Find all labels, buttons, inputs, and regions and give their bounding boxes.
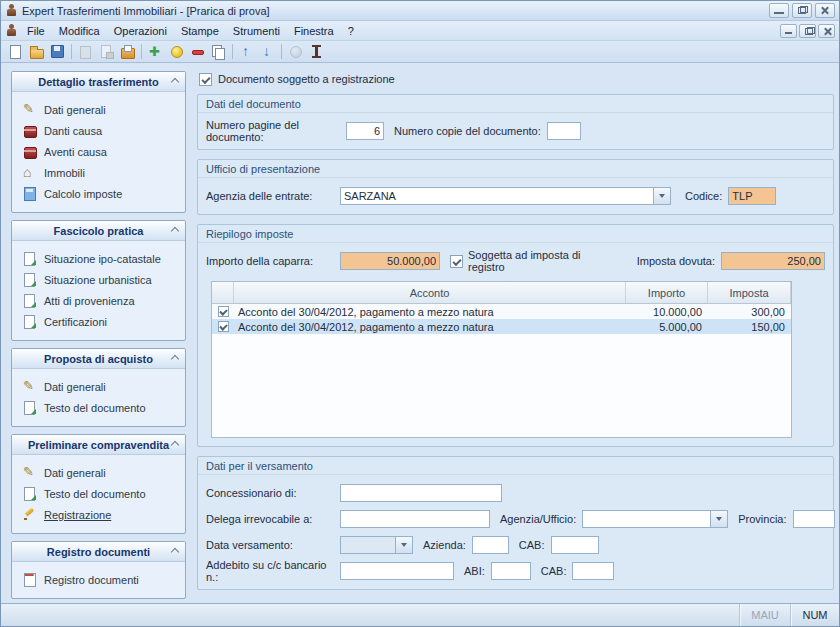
sidebar-item-dati-generali[interactable]: Dati generali bbox=[23, 376, 181, 397]
mdi-restore-button[interactable] bbox=[799, 24, 816, 38]
sidebar-item-label: Testo del documento bbox=[44, 488, 146, 500]
data-versamento-label: Data versamento: bbox=[206, 539, 340, 551]
provincia-input[interactable] bbox=[793, 510, 835, 528]
concessionario-input[interactable] bbox=[340, 484, 502, 502]
gift-icon bbox=[23, 145, 36, 158]
sidebar-item-certificazioni[interactable]: Certificazioni bbox=[23, 311, 181, 332]
sidebar-header-proposta-di-acquisto[interactable]: Proposta di acquisto bbox=[12, 349, 185, 369]
agenzia-ufficio-dropdown-button[interactable] bbox=[711, 510, 728, 528]
data-versamento-dropdown-button[interactable] bbox=[396, 536, 413, 554]
sidebar-item-danti-causa[interactable]: Danti causa bbox=[23, 120, 181, 141]
delega-input[interactable] bbox=[340, 510, 490, 528]
codice-input[interactable] bbox=[728, 187, 776, 205]
edit-icon bbox=[169, 44, 184, 59]
menu-file[interactable]: File bbox=[20, 24, 52, 38]
open-folder-button[interactable] bbox=[26, 42, 47, 61]
gift-icon bbox=[23, 124, 36, 137]
provincia-label: Provincia: bbox=[738, 513, 786, 525]
header-imposta[interactable]: Imposta bbox=[708, 282, 791, 303]
azienda-input[interactable] bbox=[472, 536, 509, 554]
imposta-dovuta-input[interactable] bbox=[721, 252, 825, 270]
move-up-button[interactable] bbox=[236, 42, 257, 61]
row-checkbox[interactable] bbox=[218, 321, 229, 332]
sidebar-item-aventi-causa[interactable]: Aventi causa bbox=[23, 141, 181, 162]
document-icon bbox=[23, 487, 36, 500]
sidebar-item-list: Dati generaliTesto del documento bbox=[12, 369, 185, 426]
soggetta-checkbox[interactable] bbox=[450, 255, 463, 268]
cab2-label: CAB: bbox=[541, 565, 567, 577]
acconti-table: Acconto Importo Imposta Acconto del 30/0… bbox=[211, 281, 792, 438]
header-acconto[interactable]: Acconto bbox=[234, 282, 626, 303]
import-folder-button[interactable] bbox=[117, 42, 138, 61]
sidebar-item-situazione-urbanistica[interactable]: Situazione urbanistica bbox=[23, 269, 181, 290]
agenzia-ufficio-label: Agenzia/Ufficio: bbox=[500, 513, 576, 525]
pagine-input[interactable] bbox=[346, 122, 384, 140]
sidebar-item-dati-generali[interactable]: Dati generali bbox=[23, 462, 181, 483]
sidebar-header-preliminare-compravendita[interactable]: Preliminare compravendita bbox=[12, 435, 185, 455]
menu-items: FileModificaOperazioniStampeStrumentiFin… bbox=[20, 24, 361, 38]
agenzia-entrate-input[interactable] bbox=[340, 187, 654, 205]
addebito-input[interactable] bbox=[340, 562, 454, 580]
sidebar-item-testo-del-documento[interactable]: Testo del documento bbox=[23, 483, 181, 504]
paste-button bbox=[75, 42, 96, 61]
sidebar-item-registro-documenti[interactable]: Registro documenti bbox=[23, 569, 181, 590]
sidebar-item-label: Danti causa bbox=[44, 125, 102, 137]
sidebar-item-calcolo-imposte[interactable]: Calcolo imposte bbox=[23, 183, 181, 204]
move-down-button[interactable] bbox=[257, 42, 278, 61]
menu-modifica[interactable]: Modifica bbox=[52, 24, 107, 38]
sidebar-item-situazione-ipo-catastale[interactable]: Situazione ipo-catastale bbox=[23, 248, 181, 269]
sidebar-header-dettaglio-trasferimento[interactable]: Dettaglio trasferimento bbox=[12, 72, 185, 92]
menu-stampe[interactable]: Stampe bbox=[174, 24, 226, 38]
sidebar-item-immobili[interactable]: Immobili bbox=[23, 162, 181, 183]
data-versamento-input[interactable] bbox=[340, 536, 396, 554]
imposta-cell: 150,00 bbox=[708, 321, 791, 333]
minimize-button[interactable] bbox=[769, 3, 789, 18]
agenzia-ufficio-input[interactable] bbox=[582, 510, 711, 528]
abi-input[interactable] bbox=[491, 562, 531, 580]
close-button[interactable] bbox=[815, 3, 835, 18]
exit-button[interactable] bbox=[306, 42, 327, 61]
calculator-icon bbox=[23, 187, 36, 200]
save-button[interactable] bbox=[47, 42, 68, 61]
document-app-icon bbox=[5, 24, 18, 37]
delete-button[interactable] bbox=[187, 42, 208, 61]
sidebar-item-label: Atti di provenienza bbox=[44, 295, 135, 307]
new-document-button[interactable] bbox=[5, 42, 26, 61]
sidebar-header-fascicolo-pratica[interactable]: Fascicolo pratica bbox=[12, 221, 185, 241]
header-importo[interactable]: Importo bbox=[626, 282, 708, 303]
edit-button[interactable] bbox=[166, 42, 187, 61]
agenzia-entrate-dropdown-button[interactable] bbox=[654, 187, 671, 205]
sidebar-item-label: Aventi causa bbox=[44, 146, 107, 158]
window-title: Expert Trasferimenti Immobiliari - [Prar… bbox=[22, 5, 270, 17]
sidebar-item-testo-del-documento[interactable]: Testo del documento bbox=[23, 397, 181, 418]
cab1-input[interactable] bbox=[551, 536, 599, 554]
addebito-label: Addebito su c/c bancario n.: bbox=[206, 559, 340, 583]
sidebar-item-atti-di-provenienza[interactable]: Atti di provenienza bbox=[23, 290, 181, 311]
sidebar-item-registrazione[interactable]: Registrazione bbox=[23, 504, 181, 525]
table-row[interactable]: Acconto del 30/04/2012, pagamento a mezz… bbox=[212, 304, 791, 319]
caparra-input[interactable] bbox=[340, 252, 440, 270]
registration-checkbox[interactable] bbox=[199, 73, 212, 86]
restore-button[interactable] bbox=[792, 3, 812, 18]
menu-help[interactable]: ? bbox=[341, 24, 361, 38]
chevron-up-icon bbox=[171, 548, 179, 556]
add-button[interactable] bbox=[145, 42, 166, 61]
soggetta-checkbox-label: Soggetta ad imposta di registro bbox=[468, 249, 619, 273]
mdi-minimize-button[interactable] bbox=[780, 24, 797, 38]
header-check-column[interactable] bbox=[212, 282, 234, 303]
copie-input[interactable] bbox=[547, 122, 581, 140]
cab2-input[interactable] bbox=[572, 562, 614, 580]
menu-bar: FileModificaOperazioniStampeStrumentiFin… bbox=[1, 21, 839, 41]
sidebar-panel-proposta-di-acquisto: Proposta di acquistoDati generaliTesto d… bbox=[11, 348, 186, 427]
sidebar-item-dati-generali[interactable]: Dati generali bbox=[23, 99, 181, 120]
copy-document-button[interactable] bbox=[208, 42, 229, 61]
menu-finestra[interactable]: Finestra bbox=[287, 24, 341, 38]
mdi-close-button[interactable] bbox=[818, 24, 835, 38]
table-row[interactable]: Acconto del 30/04/2012, pagamento a mezz… bbox=[212, 319, 791, 334]
sidebar-header-registro-documenti[interactable]: Registro documenti bbox=[12, 542, 185, 562]
status-bar: MAIU NUM bbox=[1, 603, 839, 626]
menu-strumenti[interactable]: Strumenti bbox=[226, 24, 287, 38]
sidebar-header-label: Registro documenti bbox=[47, 546, 150, 558]
menu-operazioni[interactable]: Operazioni bbox=[107, 24, 174, 38]
row-checkbox[interactable] bbox=[218, 306, 229, 317]
